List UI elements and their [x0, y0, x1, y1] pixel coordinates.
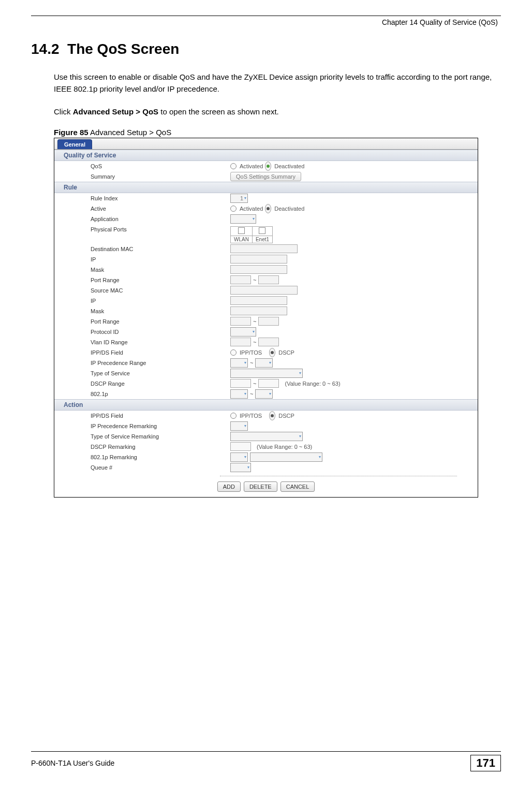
physical-ports-table: WLAN Enet1	[230, 226, 273, 243]
figure-number: Figure 85	[54, 128, 88, 137]
label-vlan-id-range: Vlan ID Range	[54, 339, 230, 345]
radio-label-activated: Activated	[240, 163, 263, 169]
select-ipprec-from[interactable]: ▾	[230, 358, 248, 368]
input-port-range-to[interactable]	[258, 275, 279, 284]
chevron-down-icon: ▾	[299, 371, 301, 375]
nav-path: Advanced Setup > QoS	[73, 107, 158, 116]
select-tos[interactable]: ▾	[230, 369, 303, 378]
chevron-down-icon: ▾	[244, 455, 246, 459]
radio-action-dscp[interactable]	[269, 411, 275, 420]
label-8021p: 802.1p	[54, 391, 230, 397]
radio-qos-activated[interactable]	[230, 163, 237, 169]
input-mask[interactable]	[230, 265, 287, 274]
input-port-range-from[interactable]	[230, 275, 251, 284]
label-physical-ports: Physical Ports	[54, 226, 230, 232]
label-qos: QoS	[54, 163, 230, 169]
radio-dscp[interactable]	[269, 348, 275, 357]
chevron-down-icon: ▾	[269, 391, 271, 396]
chevron-down-icon: ▾	[244, 360, 246, 365]
label-mask2: Mask	[54, 308, 230, 314]
select-8021p-to[interactable]: ▾	[255, 389, 273, 399]
input-vlan-to[interactable]	[258, 338, 279, 346]
delete-button[interactable]: DELETE	[244, 481, 277, 492]
input-ip[interactable]	[230, 255, 287, 264]
input-mask2[interactable]	[230, 306, 287, 315]
input-vlan-from[interactable]	[230, 338, 251, 346]
section-header-rule: Rule	[54, 182, 478, 193]
input-source-mac[interactable]	[230, 286, 298, 295]
label-application: Application	[54, 216, 230, 222]
page-footer: P-660N-T1A User's Guide 171	[31, 751, 501, 771]
radio-active-activated[interactable]	[230, 206, 237, 212]
select-ipprec-to[interactable]: ▾	[255, 358, 273, 368]
label-ip: IP	[54, 256, 230, 262]
chevron-down-icon: ▾	[244, 196, 246, 200]
label-dscp-remark: DSCP Remarking	[54, 444, 230, 450]
select-rule-index[interactable]: 1▾	[230, 194, 248, 203]
footer-rule	[31, 751, 501, 752]
select-tos-remark[interactable]: ▾	[230, 432, 303, 441]
chevron-down-icon: ▾	[319, 455, 321, 459]
input-ip2[interactable]	[230, 296, 287, 305]
port-label-wlan: WLAN	[231, 236, 253, 243]
chevron-down-icon: ▾	[253, 329, 255, 334]
select-8021p-from[interactable]: ▾	[230, 389, 248, 399]
chevron-down-icon: ▾	[253, 216, 255, 221]
cancel-button[interactable]: CANCEL	[280, 481, 315, 492]
label-tos-remark: Type of Service Remarking	[54, 433, 230, 440]
figure-caption: Figure 85 Advanced Setup > QoS	[54, 128, 501, 137]
input-dscp-to[interactable]	[258, 379, 279, 388]
label-source-mac: Source MAC	[54, 287, 230, 294]
input-dest-mac[interactable]	[230, 244, 298, 253]
label-mask: Mask	[54, 267, 230, 273]
qos-screenshot: General Quality of Service QoS Activated…	[54, 138, 478, 498]
chevron-down-icon: ▾	[244, 423, 246, 428]
label-port-range2: Port Range	[54, 318, 230, 325]
tab-general[interactable]: General	[57, 139, 92, 149]
select-queue[interactable]: ▾	[230, 463, 251, 472]
input-dscp-remark[interactable]	[230, 442, 251, 451]
input-port-range2-from[interactable]	[230, 317, 251, 326]
chevron-down-icon: ▾	[299, 434, 301, 439]
select-8021p-remark[interactable]: ▾	[230, 452, 248, 462]
select-application[interactable]: ▾	[230, 214, 256, 224]
radio-action-ipp-tos[interactable]	[230, 413, 237, 419]
input-port-range2-to[interactable]	[258, 317, 279, 326]
select-protocol-id[interactable]: ▾	[230, 327, 256, 337]
label-ipp-ds: IPP/DS Field	[54, 349, 230, 356]
label-8021p-remark: 802.1p Remarking	[54, 454, 230, 460]
label-ipp-ds2: IPP/DS Field	[54, 413, 230, 419]
radio-ipp-tos[interactable]	[230, 349, 237, 356]
intro-paragraph: Use this screen to enable or disable QoS…	[54, 71, 496, 95]
checkbox-port-enet1[interactable]	[259, 227, 265, 234]
label-ip-prec-range: IP Precedence Range	[54, 360, 230, 366]
dscp-hint: (Value Range: 0 ~ 63)	[285, 381, 341, 387]
radio-label-deactivated: Deactivated	[274, 163, 304, 169]
chevron-down-icon: ▾	[247, 465, 249, 470]
label-ip-prec-remark: IP Precedence Remarking	[54, 423, 230, 429]
separator	[220, 476, 457, 476]
tab-bar: General	[54, 138, 478, 150]
label-dest-mac: Destination MAC	[54, 246, 230, 252]
section-heading: 14.2 The QoS Screen	[31, 41, 501, 57]
radio-qos-deactivated[interactable]	[265, 162, 271, 171]
select-8021p-remark-extra[interactable]: ▾	[250, 452, 322, 462]
figure-title: Advanced Setup > QoS	[88, 128, 172, 137]
label-rule-index: Rule Index	[54, 195, 230, 201]
select-ipprec-remark[interactable]: ▾	[230, 421, 248, 431]
section-header-action: Action	[54, 399, 478, 411]
checkbox-port-wlan[interactable]	[238, 227, 245, 234]
header-rule	[31, 16, 501, 16]
section-header-qos: Quality of Service	[54, 150, 478, 161]
label-ip2: IP	[54, 298, 230, 304]
footer-page-number: 171	[470, 755, 501, 771]
qos-settings-summary-button[interactable]: QoS Settings Summary	[230, 172, 301, 181]
button-row: ADD DELETE CANCEL	[54, 480, 478, 497]
chevron-down-icon: ▾	[244, 391, 246, 396]
label-port-range: Port Range	[54, 277, 230, 283]
radio-active-deactivated[interactable]	[265, 204, 271, 213]
footer-guide: P-660N-T1A User's Guide	[31, 759, 114, 767]
label-summary: Summary	[54, 173, 230, 180]
input-dscp-from[interactable]	[230, 379, 251, 388]
add-button[interactable]: ADD	[217, 481, 241, 492]
